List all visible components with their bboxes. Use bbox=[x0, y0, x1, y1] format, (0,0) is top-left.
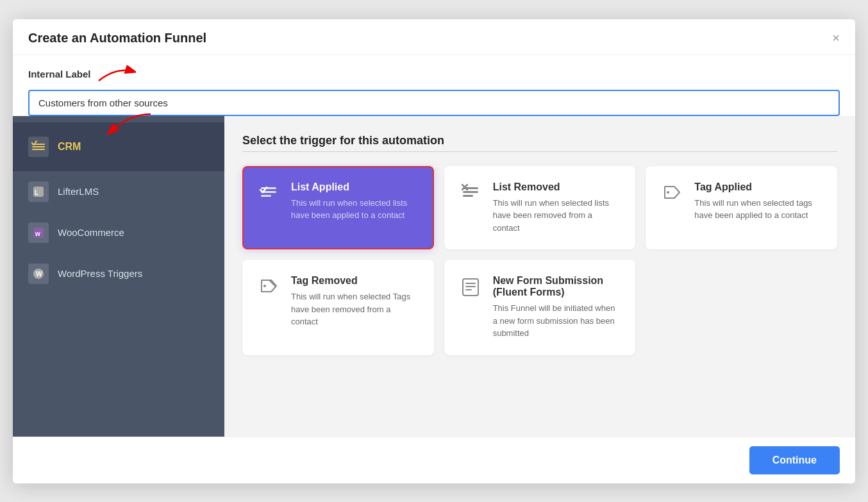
list-removed-title: List Removed bbox=[493, 181, 622, 193]
form-submission-content: New Form Submission (Fluent Forms) This … bbox=[493, 275, 622, 340]
svg-rect-13 bbox=[463, 191, 478, 193]
svg-text:w: w bbox=[35, 230, 40, 237]
list-applied-desc: This will run when selected lists have b… bbox=[291, 197, 420, 222]
sidebar-woo-label: WooCommerce bbox=[58, 227, 124, 238]
tag-removed-icon bbox=[256, 275, 281, 299]
woocommerce-icon: w bbox=[28, 222, 49, 243]
modal-header: Create an Automation Funnel × bbox=[13, 19, 855, 55]
svg-rect-14 bbox=[463, 195, 473, 197]
tag-applied-title: Tag Applied bbox=[694, 181, 823, 193]
crm-red-arrow bbox=[96, 111, 154, 143]
list-removed-desc: This will run when selected lists have b… bbox=[493, 197, 622, 235]
list-applied-title: List Applied bbox=[291, 181, 420, 193]
svg-point-17 bbox=[667, 191, 669, 194]
svg-rect-11 bbox=[261, 195, 271, 197]
lifterlms-icon: L bbox=[28, 181, 49, 202]
trigger-section-title: Select the trigger for this automation bbox=[242, 134, 837, 147]
label-section: Internal Label bbox=[13, 55, 855, 116]
list-applied-icon bbox=[256, 181, 281, 206]
svg-text:L: L bbox=[35, 189, 38, 196]
modal: Create an Automation Funnel × Internal L… bbox=[13, 19, 855, 483]
trigger-card-list-removed[interactable]: List Removed This will run when selected… bbox=[444, 166, 636, 250]
internal-label-text: Internal Label bbox=[28, 69, 91, 79]
list-removed-icon bbox=[458, 181, 483, 206]
form-submission-title: New Form Submission (Fluent Forms) bbox=[493, 275, 622, 298]
trigger-card-tag-applied[interactable]: Tag Applied This will run when selected … bbox=[646, 166, 837, 250]
list-applied-content: List Applied This will run when selected… bbox=[291, 181, 420, 222]
tag-removed-title: Tag Removed bbox=[291, 275, 420, 287]
sidebar-item-wordpress[interactable]: W WordPress Triggers bbox=[13, 253, 224, 294]
trigger-divider bbox=[242, 151, 837, 152]
trigger-grid: List Applied This will run when selected… bbox=[242, 166, 837, 355]
tag-applied-icon bbox=[660, 181, 684, 206]
sidebar-item-lifterlms[interactable]: L LifterLMS bbox=[13, 171, 224, 212]
tag-applied-content: Tag Applied This will run when selected … bbox=[694, 181, 823, 222]
modal-footer: Continue bbox=[13, 437, 855, 483]
close-button[interactable]: × bbox=[832, 31, 840, 44]
svg-rect-21 bbox=[465, 283, 476, 284]
modal-body: CRM L Lifte bbox=[13, 116, 855, 437]
svg-rect-23 bbox=[465, 289, 472, 290]
sidebar-item-crm[interactable]: CRM bbox=[13, 122, 224, 171]
tag-removed-content: Tag Removed This will run when selected … bbox=[291, 275, 420, 328]
list-removed-content: List Removed This will run when selected… bbox=[493, 181, 622, 235]
svg-text:W: W bbox=[36, 271, 42, 278]
svg-rect-22 bbox=[465, 286, 476, 287]
trigger-card-tag-removed[interactable]: Tag Removed This will run when selected … bbox=[242, 260, 434, 355]
sidebar-lifterlms-label: LifterLMS bbox=[58, 186, 99, 197]
svg-rect-9 bbox=[261, 187, 276, 189]
sidebar-item-woocommerce[interactable]: w WooCommerce bbox=[13, 212, 224, 253]
trigger-card-list-applied[interactable]: List Applied This will run when selected… bbox=[242, 166, 434, 250]
form-submission-desc: This Funnel will be initiated when a new… bbox=[493, 302, 622, 340]
crm-icon bbox=[28, 137, 49, 157]
sidebar: CRM L Lifte bbox=[13, 116, 224, 437]
tag-applied-desc: This will run when selected tags have be… bbox=[694, 197, 823, 222]
svg-point-18 bbox=[263, 285, 266, 287]
form-submission-icon bbox=[458, 275, 483, 299]
continue-button[interactable]: Continue bbox=[749, 446, 840, 474]
red-arrow-annotation bbox=[97, 65, 136, 83]
label-row: Internal Label bbox=[28, 65, 840, 83]
main-content: Select the trigger for this automation bbox=[224, 116, 855, 437]
wordpress-icon: W bbox=[28, 264, 49, 284]
modal-title: Create an Automation Funnel bbox=[28, 31, 206, 46]
tag-removed-desc: This will run when selected Tags have be… bbox=[291, 290, 420, 328]
sidebar-crm-label: CRM bbox=[58, 141, 81, 153]
trigger-card-form-submission[interactable]: New Form Submission (Fluent Forms) This … bbox=[444, 260, 636, 355]
sidebar-wp-label: WordPress Triggers bbox=[58, 268, 142, 279]
